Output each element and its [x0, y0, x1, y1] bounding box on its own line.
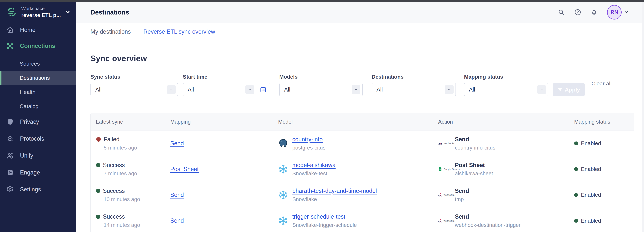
sidebar-item-protocols[interactable]: Protocols	[0, 130, 76, 147]
mapping-status-cell: Enabled	[574, 182, 634, 208]
select-value: All	[469, 86, 475, 93]
chevron-down-icon	[167, 85, 176, 94]
filter-label: Start time	[183, 74, 270, 80]
sidebar-item-health[interactable]: Health	[0, 85, 76, 99]
help-icon[interactable]	[574, 9, 581, 16]
start-time-dropdown[interactable]: All	[183, 83, 256, 96]
avatar[interactable]: RN	[607, 5, 622, 19]
shield-icon	[6, 118, 14, 126]
vertical-scrollbar[interactable]	[642, 1, 644, 232]
sidebar-item-catalog[interactable]: Catalog	[0, 99, 76, 113]
workspace-label: Workspace	[21, 6, 61, 11]
webhooks-logo: webhooks	[438, 141, 455, 146]
action-destination: webhook-destination-trigger	[455, 222, 520, 228]
action-name: Send	[455, 213, 520, 220]
main-area: Destinations	[76, 1, 644, 232]
table-row: Success 7 minutes ago Post Sheet	[90, 156, 634, 182]
filter-models: Models All	[279, 74, 363, 96]
apply-button-label: Apply	[565, 86, 580, 93]
select-value: All	[95, 86, 102, 93]
sidebar-item-label: Engage	[20, 169, 40, 176]
search-icon[interactable]	[558, 9, 565, 16]
mapping-status-cell: Enabled	[574, 131, 634, 156]
table-row: Failed 5 minutes ago Send	[90, 131, 634, 156]
action-name: Send	[455, 136, 495, 143]
sync-overview-table: Latest sync Mapping Model Action Mapping…	[90, 113, 634, 232]
workspace-switcher[interactable]: Workspace reverse ETL p...	[0, 1, 76, 22]
sidebar-item-sources[interactable]: Sources	[0, 56, 76, 71]
tab-my-destinations[interactable]: My destinations	[90, 23, 131, 40]
rudderstack-logo	[6, 7, 17, 17]
select-value: All	[188, 86, 194, 93]
postgres-icon	[278, 138, 288, 148]
sync-time: 5 minutes ago	[96, 145, 170, 151]
mapping-link[interactable]: Post Sheet	[170, 166, 199, 173]
sidebar-nav: Home Connections Sources Destination	[0, 22, 76, 198]
sidebar-item-home[interactable]: Home	[0, 22, 76, 37]
workspace-name: reverse ETL p...	[21, 12, 61, 18]
success-status-icon	[96, 189, 100, 193]
sidebar-item-destinations[interactable]: Destinations	[0, 71, 76, 85]
mapping-link[interactable]: Send	[170, 217, 184, 224]
calendar-icon[interactable]	[256, 86, 270, 93]
action-brand-label: webhooks	[444, 142, 454, 145]
enabled-status-dot	[574, 167, 578, 171]
latest-sync-cell: Success 10 minutes ago	[96, 182, 170, 208]
chevron-down-icon	[624, 10, 629, 14]
webhooks-logo: webhooks	[438, 193, 455, 197]
filter-label: Mapping status	[464, 74, 548, 80]
chevron-down-icon	[445, 85, 454, 94]
start-time-select[interactable]: All	[183, 83, 270, 96]
mapping-status-label: Enabled	[581, 166, 601, 172]
model-link[interactable]: country-info	[292, 136, 323, 143]
apply-button[interactable]: Apply	[553, 83, 585, 96]
mapping-status-cell: Enabled	[574, 156, 634, 182]
gear-icon	[6, 186, 14, 193]
models-select[interactable]: All	[279, 83, 363, 96]
unify-icon	[6, 152, 14, 159]
app-window: Workspace reverse ETL p... Home	[0, 0, 644, 232]
destinations-select[interactable]: All	[372, 83, 456, 96]
sidebar-item-unify[interactable]: Unify	[0, 147, 76, 164]
enabled-status-dot	[574, 193, 578, 197]
connections-icon	[6, 42, 14, 50]
model-source: Snowflake-test	[292, 171, 336, 177]
mapping-cell: Post Sheet	[170, 156, 278, 182]
column-header-latest-sync: Latest sync	[96, 113, 170, 130]
mapping-link[interactable]: Send	[170, 192, 184, 198]
sidebar-item-connections[interactable]: Connections	[0, 37, 76, 54]
sidebar: Workspace reverse ETL p... Home	[0, 1, 76, 232]
connections-subnav: Sources Destinations Health Catalog	[0, 56, 76, 113]
sync-time: 7 minutes ago	[96, 171, 170, 177]
mapping-status-label: Enabled	[581, 218, 601, 224]
mapping-link[interactable]: Send	[170, 140, 184, 147]
enabled-status-dot	[574, 219, 578, 223]
sidebar-item-label: Health	[20, 89, 36, 95]
mapping-status-select[interactable]: All	[464, 83, 548, 96]
filter-label: Destinations	[372, 74, 456, 80]
sidebar-item-settings[interactable]: Settings	[0, 181, 76, 198]
column-header-action: Action	[438, 113, 574, 130]
model-cell: bharath-test-day-and-time-model Snowflak…	[278, 182, 438, 208]
model-link[interactable]: trigger-schedule-test	[292, 213, 345, 220]
model-link[interactable]: bharath-test-day-and-time-model	[292, 188, 377, 194]
tab-reverse-etl-sync-overview[interactable]: Reverse ETL sync overview	[143, 23, 215, 40]
sidebar-item-label: Settings	[20, 186, 41, 193]
content: Sync overview Sync status All Start time	[76, 54, 644, 232]
user-menu[interactable]: RN	[607, 5, 629, 19]
home-icon	[6, 26, 14, 34]
model-source: Snowflake	[292, 196, 377, 202]
column-header-mapping: Mapping	[170, 113, 278, 130]
table-row: Success 10 minutes ago Send	[90, 182, 634, 208]
sync-status-select[interactable]: All	[90, 83, 178, 96]
model-link[interactable]: model-aishikawa	[292, 162, 336, 168]
sidebar-item-label: Destinations	[20, 75, 50, 81]
sidebar-item-privacy[interactable]: Privacy	[0, 113, 76, 130]
sync-time: 10 minutes ago	[96, 196, 170, 202]
sidebar-item-engage[interactable]: Engage	[0, 164, 76, 181]
failed-status-icon	[96, 136, 102, 142]
header-actions: RN	[558, 5, 629, 19]
snowflake-icon	[278, 164, 288, 174]
clear-all-link[interactable]: Clear all	[592, 80, 612, 87]
bell-icon[interactable]	[591, 9, 598, 16]
